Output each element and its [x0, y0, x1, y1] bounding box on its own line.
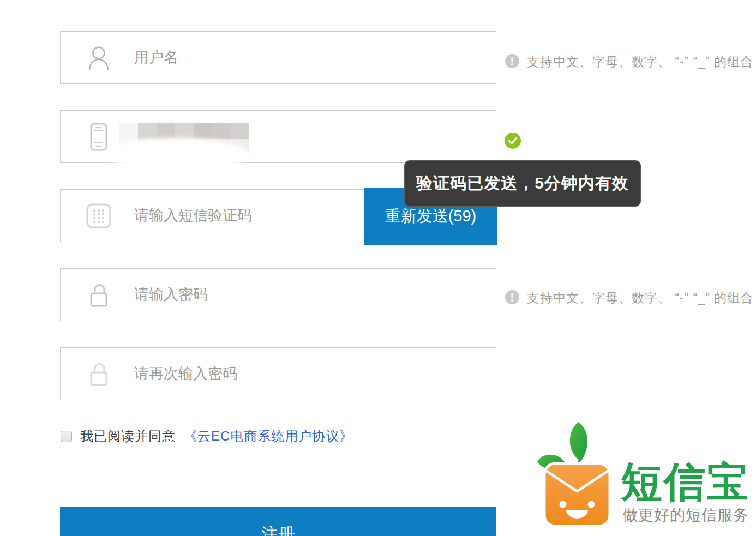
registration-page: 支持中文、字母、数字、 “-” “_” 的组合: [0, 0, 756, 536]
username-hint: 支持中文、字母、数字、 “-” “_” 的组合: [505, 53, 753, 70]
password-field-box: [60, 268, 496, 321]
sms-sent-toast: 验证码已发送，5分钟内有效: [404, 160, 641, 207]
brand-tagline: 做更好的短信服务: [622, 505, 749, 526]
info-icon: [505, 290, 519, 306]
register-button[interactable]: 注册: [60, 507, 496, 536]
phone-field-box: [60, 110, 496, 163]
password-hint-text: 支持中文、字母、数字、 “-” “_” 的组合: [527, 290, 753, 306]
smsbao-mascot-icon: [537, 420, 625, 532]
info-icon: [505, 54, 519, 70]
username-input[interactable]: [61, 32, 496, 83]
confirm-password-input[interactable]: [61, 348, 496, 400]
redaction-blur-overlay: [107, 138, 250, 172]
username-field-box: [60, 31, 496, 84]
agreement-row: 我已阅读并同意 《云EC电商系统用户协议》: [61, 427, 353, 445]
user-agreement-link[interactable]: 《云EC电商系统用户协议》: [184, 427, 353, 445]
password-hint: 支持中文、字母、数字、 “-” “_” 的组合: [505, 290, 753, 306]
confirm-password-field-box: [60, 347, 496, 400]
toast-text: 验证码已发送，5分钟内有效: [416, 172, 629, 195]
agreement-label: 我已阅读并同意: [80, 427, 176, 445]
phone-valid-check-icon: [505, 133, 521, 149]
agreement-checkbox[interactable]: [61, 431, 72, 442]
brand-logo: 短信宝 做更好的短信服务: [537, 420, 755, 532]
username-hint-text: 支持中文、字母、数字、 “-” “_” 的组合: [527, 53, 753, 70]
password-input[interactable]: [61, 269, 496, 321]
brand-name: 短信宝: [621, 461, 750, 503]
